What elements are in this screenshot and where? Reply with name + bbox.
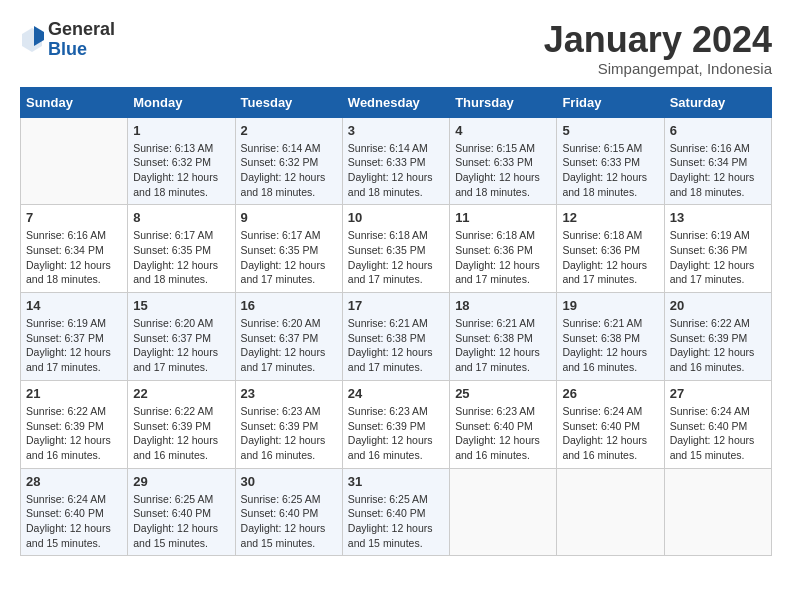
- calendar-cell: 2Sunrise: 6:14 AM Sunset: 6:32 PM Daylig…: [235, 117, 342, 205]
- calendar-cell: 6Sunrise: 6:16 AM Sunset: 6:34 PM Daylig…: [664, 117, 771, 205]
- calendar-cell: 22Sunrise: 6:22 AM Sunset: 6:39 PM Dayli…: [128, 380, 235, 468]
- calendar-cell: 15Sunrise: 6:20 AM Sunset: 6:37 PM Dayli…: [128, 293, 235, 381]
- calendar-cell: 31Sunrise: 6:25 AM Sunset: 6:40 PM Dayli…: [342, 468, 449, 556]
- day-number: 5: [562, 123, 658, 138]
- calendar-cell: 20Sunrise: 6:22 AM Sunset: 6:39 PM Dayli…: [664, 293, 771, 381]
- day-number: 17: [348, 298, 444, 313]
- logo-icon: [20, 26, 44, 54]
- day-info: Sunrise: 6:21 AM Sunset: 6:38 PM Dayligh…: [455, 316, 551, 375]
- day-info: Sunrise: 6:22 AM Sunset: 6:39 PM Dayligh…: [670, 316, 766, 375]
- logo-general-text: General: [48, 20, 115, 40]
- day-info: Sunrise: 6:14 AM Sunset: 6:33 PM Dayligh…: [348, 141, 444, 200]
- calendar-cell: 19Sunrise: 6:21 AM Sunset: 6:38 PM Dayli…: [557, 293, 664, 381]
- logo-text: General Blue: [48, 20, 115, 60]
- day-number: 12: [562, 210, 658, 225]
- calendar-cell: 30Sunrise: 6:25 AM Sunset: 6:40 PM Dayli…: [235, 468, 342, 556]
- weekday-header-tuesday: Tuesday: [235, 87, 342, 117]
- day-number: 9: [241, 210, 337, 225]
- weekday-header-sunday: Sunday: [21, 87, 128, 117]
- calendar-cell: 26Sunrise: 6:24 AM Sunset: 6:40 PM Dayli…: [557, 380, 664, 468]
- day-number: 26: [562, 386, 658, 401]
- day-number: 4: [455, 123, 551, 138]
- day-info: Sunrise: 6:18 AM Sunset: 6:36 PM Dayligh…: [455, 228, 551, 287]
- day-number: 2: [241, 123, 337, 138]
- day-number: 11: [455, 210, 551, 225]
- day-number: 6: [670, 123, 766, 138]
- day-info: Sunrise: 6:15 AM Sunset: 6:33 PM Dayligh…: [562, 141, 658, 200]
- day-info: Sunrise: 6:21 AM Sunset: 6:38 PM Dayligh…: [348, 316, 444, 375]
- day-info: Sunrise: 6:15 AM Sunset: 6:33 PM Dayligh…: [455, 141, 551, 200]
- calendar-cell: 1Sunrise: 6:13 AM Sunset: 6:32 PM Daylig…: [128, 117, 235, 205]
- weekday-header-thursday: Thursday: [450, 87, 557, 117]
- calendar-cell: 5Sunrise: 6:15 AM Sunset: 6:33 PM Daylig…: [557, 117, 664, 205]
- logo-blue-text: Blue: [48, 40, 115, 60]
- day-number: 29: [133, 474, 229, 489]
- calendar-week-row: 1Sunrise: 6:13 AM Sunset: 6:32 PM Daylig…: [21, 117, 772, 205]
- weekday-header-friday: Friday: [557, 87, 664, 117]
- calendar-cell: 4Sunrise: 6:15 AM Sunset: 6:33 PM Daylig…: [450, 117, 557, 205]
- day-info: Sunrise: 6:25 AM Sunset: 6:40 PM Dayligh…: [348, 492, 444, 551]
- calendar-cell: 18Sunrise: 6:21 AM Sunset: 6:38 PM Dayli…: [450, 293, 557, 381]
- day-number: 21: [26, 386, 122, 401]
- day-info: Sunrise: 6:20 AM Sunset: 6:37 PM Dayligh…: [241, 316, 337, 375]
- calendar-cell: 25Sunrise: 6:23 AM Sunset: 6:40 PM Dayli…: [450, 380, 557, 468]
- day-info: Sunrise: 6:19 AM Sunset: 6:36 PM Dayligh…: [670, 228, 766, 287]
- calendar-cell: 9Sunrise: 6:17 AM Sunset: 6:35 PM Daylig…: [235, 205, 342, 293]
- calendar-cell: 11Sunrise: 6:18 AM Sunset: 6:36 PM Dayli…: [450, 205, 557, 293]
- day-number: 1: [133, 123, 229, 138]
- weekday-header-wednesday: Wednesday: [342, 87, 449, 117]
- calendar-cell: 21Sunrise: 6:22 AM Sunset: 6:39 PM Dayli…: [21, 380, 128, 468]
- day-info: Sunrise: 6:25 AM Sunset: 6:40 PM Dayligh…: [133, 492, 229, 551]
- day-number: 19: [562, 298, 658, 313]
- day-info: Sunrise: 6:24 AM Sunset: 6:40 PM Dayligh…: [562, 404, 658, 463]
- calendar-week-row: 7Sunrise: 6:16 AM Sunset: 6:34 PM Daylig…: [21, 205, 772, 293]
- day-number: 27: [670, 386, 766, 401]
- day-info: Sunrise: 6:17 AM Sunset: 6:35 PM Dayligh…: [133, 228, 229, 287]
- day-number: 24: [348, 386, 444, 401]
- page-header: General Blue January 2024 Simpangempat, …: [20, 20, 772, 77]
- day-info: Sunrise: 6:18 AM Sunset: 6:35 PM Dayligh…: [348, 228, 444, 287]
- calendar-cell: 29Sunrise: 6:25 AM Sunset: 6:40 PM Dayli…: [128, 468, 235, 556]
- day-info: Sunrise: 6:16 AM Sunset: 6:34 PM Dayligh…: [670, 141, 766, 200]
- calendar-cell: 13Sunrise: 6:19 AM Sunset: 6:36 PM Dayli…: [664, 205, 771, 293]
- day-info: Sunrise: 6:14 AM Sunset: 6:32 PM Dayligh…: [241, 141, 337, 200]
- svg-marker-1: [34, 26, 44, 46]
- day-number: 18: [455, 298, 551, 313]
- calendar-cell: 17Sunrise: 6:21 AM Sunset: 6:38 PM Dayli…: [342, 293, 449, 381]
- day-info: Sunrise: 6:13 AM Sunset: 6:32 PM Dayligh…: [133, 141, 229, 200]
- day-info: Sunrise: 6:24 AM Sunset: 6:40 PM Dayligh…: [26, 492, 122, 551]
- day-number: 23: [241, 386, 337, 401]
- day-info: Sunrise: 6:22 AM Sunset: 6:39 PM Dayligh…: [26, 404, 122, 463]
- title-block: January 2024 Simpangempat, Indonesia: [544, 20, 772, 77]
- day-info: Sunrise: 6:23 AM Sunset: 6:40 PM Dayligh…: [455, 404, 551, 463]
- day-number: 13: [670, 210, 766, 225]
- day-number: 25: [455, 386, 551, 401]
- calendar-week-row: 14Sunrise: 6:19 AM Sunset: 6:37 PM Dayli…: [21, 293, 772, 381]
- day-number: 3: [348, 123, 444, 138]
- calendar-cell: 28Sunrise: 6:24 AM Sunset: 6:40 PM Dayli…: [21, 468, 128, 556]
- calendar-week-row: 21Sunrise: 6:22 AM Sunset: 6:39 PM Dayli…: [21, 380, 772, 468]
- day-number: 10: [348, 210, 444, 225]
- day-info: Sunrise: 6:25 AM Sunset: 6:40 PM Dayligh…: [241, 492, 337, 551]
- day-number: 28: [26, 474, 122, 489]
- day-number: 15: [133, 298, 229, 313]
- location-subtitle: Simpangempat, Indonesia: [544, 60, 772, 77]
- day-info: Sunrise: 6:20 AM Sunset: 6:37 PM Dayligh…: [133, 316, 229, 375]
- calendar-cell: 8Sunrise: 6:17 AM Sunset: 6:35 PM Daylig…: [128, 205, 235, 293]
- day-number: 7: [26, 210, 122, 225]
- month-title: January 2024: [544, 20, 772, 60]
- day-info: Sunrise: 6:18 AM Sunset: 6:36 PM Dayligh…: [562, 228, 658, 287]
- day-number: 22: [133, 386, 229, 401]
- calendar-cell: 10Sunrise: 6:18 AM Sunset: 6:35 PM Dayli…: [342, 205, 449, 293]
- day-info: Sunrise: 6:24 AM Sunset: 6:40 PM Dayligh…: [670, 404, 766, 463]
- day-info: Sunrise: 6:19 AM Sunset: 6:37 PM Dayligh…: [26, 316, 122, 375]
- calendar-cell: 23Sunrise: 6:23 AM Sunset: 6:39 PM Dayli…: [235, 380, 342, 468]
- calendar-cell: 24Sunrise: 6:23 AM Sunset: 6:39 PM Dayli…: [342, 380, 449, 468]
- calendar-cell: 12Sunrise: 6:18 AM Sunset: 6:36 PM Dayli…: [557, 205, 664, 293]
- day-info: Sunrise: 6:16 AM Sunset: 6:34 PM Dayligh…: [26, 228, 122, 287]
- day-info: Sunrise: 6:17 AM Sunset: 6:35 PM Dayligh…: [241, 228, 337, 287]
- weekday-header-monday: Monday: [128, 87, 235, 117]
- day-number: 16: [241, 298, 337, 313]
- day-number: 8: [133, 210, 229, 225]
- calendar-table: SundayMondayTuesdayWednesdayThursdayFrid…: [20, 87, 772, 557]
